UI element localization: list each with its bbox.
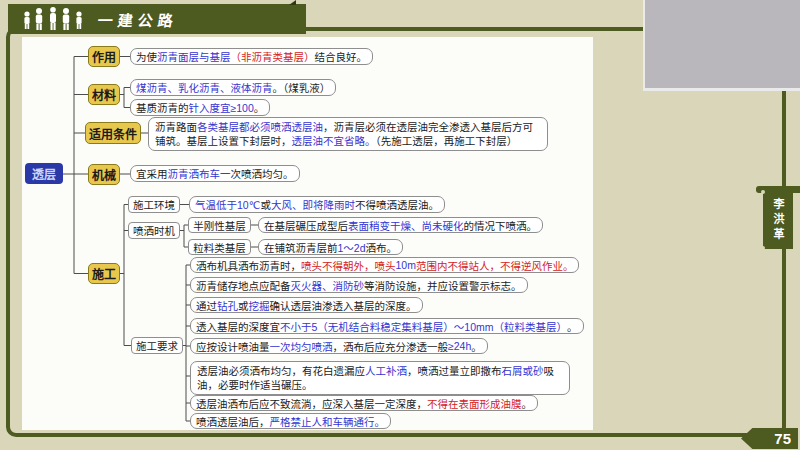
branch-machinery-node: 机械 xyxy=(88,164,120,185)
requirement-item-8: 喷洒透层油后，严格禁止人和车辆通行。 xyxy=(190,413,391,429)
leaf-semirigid-base: 在基层碾压成型后表面稍变干燥、尚未硬化的情况下喷洒。 xyxy=(258,217,543,233)
lecture-slide-stage: 透层 作用 材料 适用条件 机械 施工 为使沥青面层与基层（非沥青类基层）结合良… xyxy=(0,0,800,450)
brand-banner: 一建公路 xyxy=(8,4,306,34)
leaf-machinery: 宜采用沥青洒布车一次喷洒均匀。 xyxy=(130,165,300,182)
label-requirements-node: 施工要求 xyxy=(131,337,183,354)
label-spray-timing-node: 喷洒时机 xyxy=(128,222,180,239)
leaf-function: 为使沥青面层与基层（非沥青类基层）结合良好。 xyxy=(130,48,373,65)
requirement-item-5: 应按设计喷油量一次均匀喷洒，洒布后应充分渗透一般≥24h。 xyxy=(190,338,488,354)
label-environment-node: 施工环境 xyxy=(128,196,180,213)
label-semirigid-base-node: 半刚性基层 xyxy=(188,217,251,233)
leaf-material-penetration: 基质沥青的针入度宜≥100。 xyxy=(130,99,270,116)
requirement-item-6: 透层油必须洒布均匀，有花白遗漏应人工补洒，喷洒过量立即撒布石屑或砂吸油，必要时作… xyxy=(190,361,570,395)
leaf-granular-base: 在铺筑沥青层前1～2d洒布。 xyxy=(258,239,403,255)
requirement-item-1: 洒布机具洒布沥青时，喷头不得朝外，喷头10m范围内不得站人，不得逆风作业。 xyxy=(190,257,579,273)
requirement-item-3: 通过钻孔或挖掘确认透层油渗透入基层的深度。 xyxy=(190,297,423,313)
instructor-name-flag: 李洪革 xyxy=(763,191,793,249)
branch-conditions-node: 适用条件 xyxy=(85,122,141,144)
branch-function-node: 作用 xyxy=(88,46,120,67)
people-icon xyxy=(20,7,86,31)
brand-title: 一建公路 xyxy=(97,9,180,30)
leaf-material-types: 煤沥青、乳化沥青、液体沥青。（煤乳液） xyxy=(130,79,336,96)
requirement-item-7: 透层油洒布后应不致流淌，应深入基层一定深度，不得在表面形成油膜。 xyxy=(190,395,538,411)
mindmap-root-node: 透层 xyxy=(25,163,63,184)
requirement-item-4: 透入基层的深度宜不小于5（无机结合料稳定集料基层）～10mm（粒料类基层）。 xyxy=(190,318,584,334)
webcam-placeholder xyxy=(643,0,800,91)
leaf-conditions: 沥青路面各类基层都必须喷洒透层油，沥青层必须在透层油完全渗透入基层后方可铺筑。基… xyxy=(148,117,548,151)
branch-material-node: 材料 xyxy=(88,84,120,105)
label-granular-base-node: 粒料类基层 xyxy=(188,239,251,255)
requirement-item-2: 沥青储存地点应配备灭火器、消防砂等消防设施，并应设置警示标志。 xyxy=(190,277,528,293)
branch-construction-node: 施工 xyxy=(88,263,120,284)
page-number-badge: 75 xyxy=(741,428,798,449)
leaf-environment: 气温低于10℃或大风、即将降雨时不得喷洒透层油。 xyxy=(189,196,445,213)
